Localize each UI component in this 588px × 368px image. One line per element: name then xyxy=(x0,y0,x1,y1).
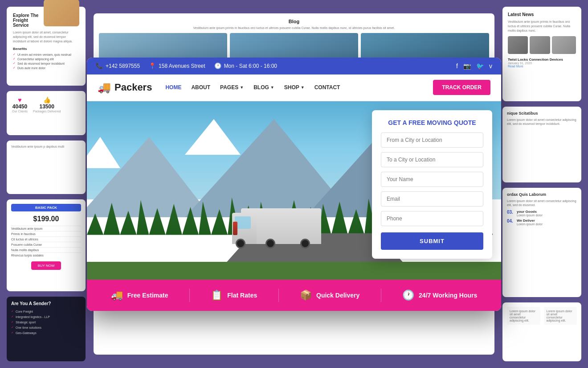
top-bar: 📞 +142 5897555 📍 158 Avenues Street 🕐 Mo… xyxy=(87,58,501,74)
free-estimate-label: Free Estimate xyxy=(127,292,168,299)
track-order-button[interactable]: TRACK ORDER xyxy=(433,80,490,95)
to-location-input[interactable] xyxy=(381,152,483,167)
feature-divider-2 xyxy=(278,289,279,302)
nav-pages[interactable]: PAGES ▼ xyxy=(220,84,244,91)
nav-bar: 🚚 Packers HOME ABOUT PAGES ▼ BLOG ▼ SHOP… xyxy=(87,74,501,101)
truck-wheel-1 xyxy=(236,239,245,248)
twitter-icon[interactable]: 🐦 xyxy=(476,62,484,70)
truck xyxy=(232,190,321,244)
nav-blog[interactable]: BLOG ▼ xyxy=(253,84,274,91)
quote-form: GET A FREE MOVING QUOTE SUBMIT xyxy=(372,110,492,259)
location-icon: 📍 xyxy=(149,62,156,69)
truck-wheel-2 xyxy=(265,239,275,248)
facebook-icon[interactable]: f xyxy=(456,62,458,70)
working-hours-label: 24/7 Working Hours xyxy=(419,292,477,299)
feature-working-hours: 🕐 24/7 Working Hours xyxy=(402,289,477,301)
logo-text: Packers xyxy=(114,82,152,93)
shop-chevron-icon: ▼ xyxy=(301,85,305,90)
email-input[interactable] xyxy=(381,191,483,207)
hours-text: Mon - Sat 6:00 - 16:00 xyxy=(224,63,277,69)
vimeo-icon[interactable]: v xyxy=(489,62,492,70)
nav-links: HOME ABOUT PAGES ▼ BLOG ▼ SHOP ▼ CONTACT xyxy=(165,84,433,91)
clock-feature-icon: 🕐 xyxy=(402,289,414,301)
hours-item: 🕐 Mon - Sat 6:00 - 16:00 xyxy=(214,62,277,69)
nav-about[interactable]: ABOUT xyxy=(191,84,210,91)
instagram-icon[interactable]: 📷 xyxy=(463,62,471,70)
from-location-input[interactable] xyxy=(381,132,483,148)
feature-quick-delivery: 📦 Quick Delivery xyxy=(300,289,359,301)
features-bar: 🚚 Free Estimate 📋 Flat Rates 📦 Quick Del… xyxy=(87,280,501,311)
mountain-1-snow xyxy=(87,137,120,168)
modal-window: 📞 +142 5897555 📍 158 Avenues Street 🕐 Mo… xyxy=(87,58,501,311)
quote-title: GET A FREE MOVING QUOTE xyxy=(381,119,483,126)
nav-contact[interactable]: CONTACT xyxy=(314,84,340,91)
feature-divider-3 xyxy=(381,289,381,302)
mountain-2-snow xyxy=(185,119,241,155)
ground xyxy=(87,262,501,280)
modal-overlay: 📞 +142 5897555 📍 158 Avenues Street 🕐 Mo… xyxy=(0,0,588,368)
pages-chevron-icon: ▼ xyxy=(240,85,244,90)
social-links: f 📷 🐦 v xyxy=(456,62,492,70)
nav-shop[interactable]: SHOP ▼ xyxy=(284,84,305,91)
clipboard-feature-icon: 📋 xyxy=(211,289,223,301)
clock-icon: 🕐 xyxy=(214,62,221,69)
logo[interactable]: 🚚 Packers xyxy=(98,81,152,94)
flat-rates-label: Flat Rates xyxy=(227,292,257,299)
phone-input[interactable] xyxy=(381,211,483,226)
truck-feature-icon: 🚚 xyxy=(111,289,123,301)
feature-divider-1 xyxy=(189,289,190,302)
feature-flat-rates: 📋 Flat Rates xyxy=(211,289,257,301)
address-item: 📍 158 Avenues Street xyxy=(149,62,205,69)
truck-grill xyxy=(233,222,237,235)
phone-icon: 📞 xyxy=(96,62,103,69)
logo-icon: 🚚 xyxy=(98,81,111,94)
phone-item: 📞 +142 5897555 xyxy=(96,62,140,69)
address-text: 158 Avenues Street xyxy=(159,63,205,69)
hero-section: GET A FREE MOVING QUOTE SUBMIT xyxy=(87,101,501,280)
phone-text: +142 5897555 xyxy=(106,63,140,69)
feature-free-estimate: 🚚 Free Estimate xyxy=(111,289,168,301)
quick-delivery-label: Quick Delivery xyxy=(316,292,359,299)
name-input[interactable] xyxy=(381,172,483,187)
blog-chevron-icon: ▼ xyxy=(270,85,274,90)
nav-home[interactable]: HOME xyxy=(165,84,181,91)
box-feature-icon: 📦 xyxy=(300,289,312,301)
submit-button[interactable]: SUBMIT xyxy=(381,232,483,250)
truck-cab xyxy=(232,213,257,244)
truck-wheel-3 xyxy=(300,239,310,248)
